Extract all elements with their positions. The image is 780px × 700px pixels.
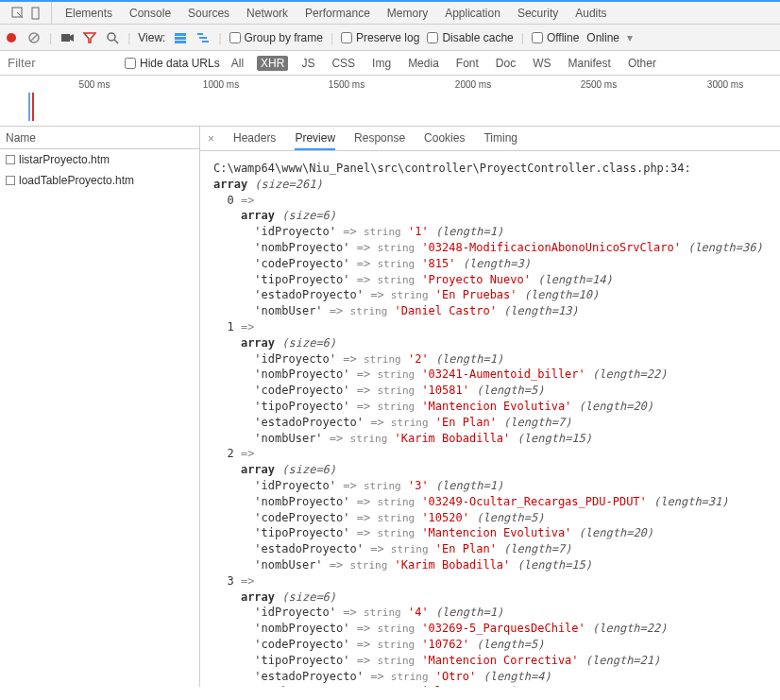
request-list: Name listarProyecto.htmloadTableProyecto… — [0, 127, 200, 687]
timeline-tick: 1500 ms — [329, 79, 365, 90]
filter-type-font[interactable]: Font — [452, 56, 483, 71]
preserve-log-check[interactable]: Preserve log — [341, 31, 419, 44]
filter-type-js[interactable]: JS — [297, 56, 318, 71]
filter-types: AllXHRJSCSSImgMediaFontDocWSManifestOthe… — [228, 56, 660, 71]
offline-check[interactable]: Offline — [532, 31, 579, 44]
main-tab-application[interactable]: Application — [445, 7, 500, 20]
timeline-tick: 3000 ms — [707, 79, 743, 90]
main-tabs: ElementsConsoleSourcesNetworkPerformance… — [52, 2, 620, 24]
main-tab-performance[interactable]: Performance — [305, 7, 370, 20]
filter-type-css[interactable]: CSS — [328, 56, 359, 71]
main-tab-elements[interactable]: Elements — [65, 7, 112, 20]
svg-point-2 — [7, 33, 16, 43]
detail-tab-cookies[interactable]: Cookies — [424, 128, 465, 150]
network-toolbar: | | View: | Group by frame | Preserve lo… — [0, 25, 780, 51]
svg-rect-1 — [32, 8, 39, 19]
main-tab-network[interactable]: Network — [246, 7, 288, 20]
svg-point-6 — [108, 33, 115, 41]
record-icon[interactable] — [4, 30, 19, 45]
request-row[interactable]: loadTableProyecto.htm — [0, 170, 199, 191]
svg-rect-13 — [202, 41, 209, 43]
timeline[interactable]: 500 ms1000 ms1500 ms2000 ms2500 ms3000 m… — [0, 76, 780, 127]
clear-icon[interactable] — [26, 30, 42, 45]
file-name: listarProyecto.htm — [19, 153, 110, 166]
detail-tab-response[interactable]: Response — [354, 128, 405, 150]
preview-content[interactable]: C:\wamp64\www\Niu_Panel\src\controller\P… — [200, 151, 780, 687]
filter-type-all[interactable]: All — [228, 56, 247, 71]
file-icon — [6, 176, 15, 185]
detail-tab-headers[interactable]: Headers — [233, 128, 276, 150]
hide-data-urls-check[interactable]: Hide data URLs — [125, 57, 220, 70]
main-tab-sources[interactable]: Sources — [188, 7, 229, 20]
column-name[interactable]: Name — [0, 127, 199, 149]
detail-panel: × HeadersPreviewResponseCookiesTiming C:… — [200, 127, 780, 687]
timeline-tick: 500 ms — [79, 79, 110, 90]
camera-icon[interactable] — [59, 30, 75, 45]
throttling-select[interactable]: Online — [586, 31, 619, 44]
filter-type-other[interactable]: Other — [624, 56, 660, 71]
filter-input[interactable] — [4, 54, 117, 72]
detail-tabs: × HeadersPreviewResponseCookiesTiming — [200, 127, 780, 151]
filter-icon[interactable] — [82, 30, 97, 45]
request-row[interactable]: listarProyecto.htm — [0, 149, 199, 170]
svg-rect-11 — [197, 33, 203, 35]
inspect-icon[interactable] — [11, 7, 25, 20]
filter-type-xhr[interactable]: XHR — [257, 56, 288, 71]
group-by-frame-check[interactable]: Group by frame — [229, 31, 323, 44]
svg-rect-9 — [175, 37, 186, 40]
devtools-topbar: ElementsConsoleSourcesNetworkPerformance… — [0, 0, 780, 25]
main-tab-audits[interactable]: Audits — [575, 7, 606, 20]
timeline-tick: 2000 ms — [455, 79, 491, 90]
timeline-tick: 2500 ms — [581, 79, 617, 90]
large-rows-icon[interactable] — [173, 30, 188, 45]
main-tab-console[interactable]: Console — [129, 7, 171, 20]
detail-tab-preview[interactable]: Preview — [295, 128, 335, 150]
svg-rect-10 — [175, 41, 186, 43]
device-icon[interactable] — [30, 7, 43, 20]
timeline-tick: 1000 ms — [203, 79, 239, 90]
filter-type-media[interactable]: Media — [404, 56, 443, 71]
detail-tab-timing[interactable]: Timing — [483, 128, 517, 150]
svg-rect-12 — [199, 37, 207, 39]
filter-type-img[interactable]: Img — [368, 56, 395, 71]
disable-cache-check[interactable]: Disable cache — [427, 31, 513, 44]
svg-rect-5 — [61, 34, 70, 42]
search-icon[interactable] — [105, 30, 120, 45]
filter-type-doc[interactable]: Doc — [492, 56, 519, 71]
svg-rect-8 — [175, 33, 186, 36]
view-label: View: — [138, 31, 165, 44]
file-icon — [6, 155, 15, 164]
filter-bar: Hide data URLs AllXHRJSCSSImgMediaFontDo… — [0, 51, 780, 76]
filter-type-ws[interactable]: WS — [529, 56, 554, 71]
file-name: loadTableProyecto.htm — [19, 174, 134, 187]
svg-line-4 — [30, 34, 38, 42]
waterfall-icon[interactable] — [195, 30, 211, 45]
main-tab-security[interactable]: Security — [517, 7, 558, 20]
close-icon[interactable]: × — [208, 132, 214, 145]
main-tab-memory[interactable]: Memory — [387, 7, 428, 20]
filter-type-manifest[interactable]: Manifest — [565, 56, 615, 71]
chevron-down-icon[interactable]: ▾ — [627, 31, 633, 44]
svg-line-7 — [114, 40, 118, 43]
